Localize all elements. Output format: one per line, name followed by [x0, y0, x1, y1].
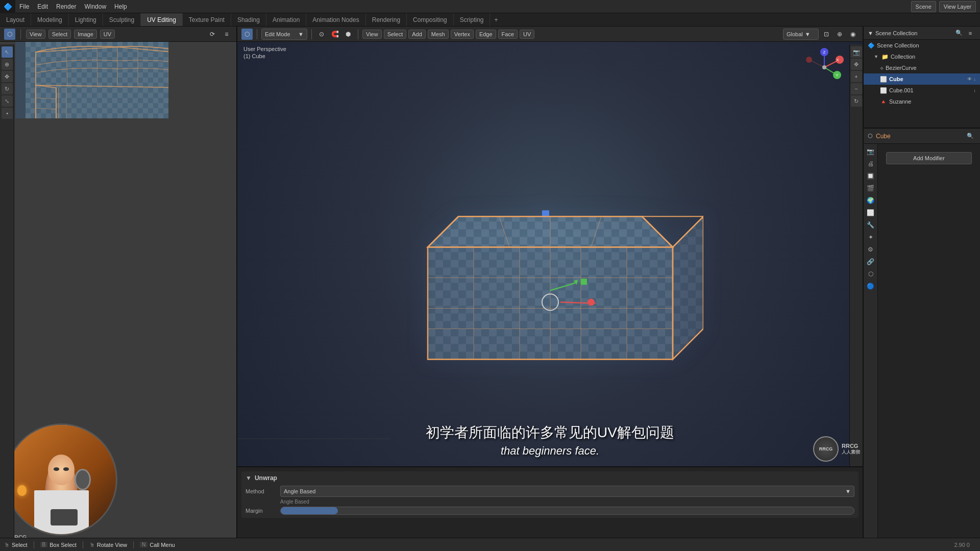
tool-select[interactable]: ↖: [2, 46, 13, 58]
menu-help[interactable]: Help: [110, 2, 131, 11]
cube-restrict-viewport[interactable]: ↓: [974, 77, 976, 82]
tool-scale[interactable]: ⤡: [2, 95, 13, 107]
subtitle-area: 初学者所面临的许多常见的UV解包问题 that beginners face.: [237, 419, 863, 462]
add-workspace-tab[interactable]: +: [490, 15, 502, 25]
prop-modifier-icon[interactable]: 🔧: [865, 219, 876, 231]
add-btn[interactable]: Add: [408, 30, 426, 39]
properties-search[interactable]: 🔍: [965, 131, 976, 142]
tab-animation[interactable]: Animation: [266, 13, 306, 26]
edit-mode-dropdown[interactable]: Edit Mode ▼: [261, 29, 307, 40]
menu-file[interactable]: File: [15, 2, 33, 11]
image-menu-btn[interactable]: Image: [74, 30, 97, 39]
tool-pinch[interactable]: ⦁: [2, 108, 13, 119]
viewport-gizmo[interactable]: X Y Z: [804, 47, 845, 88]
outliner-item-cube[interactable]: ⬜ Cube 👁 ↓: [864, 73, 980, 85]
mesh-btn[interactable]: Mesh: [428, 30, 449, 39]
menu-edit[interactable]: Edit: [33, 2, 52, 11]
version-display: 2.90 0: [948, 538, 976, 552]
outliner-item-suzanne[interactable]: 🔺 Suzanne: [864, 96, 980, 107]
margin-slider[interactable]: [280, 507, 854, 515]
properties-object-name: Cube: [876, 133, 891, 140]
tab-compositing[interactable]: Compositing: [407, 13, 454, 26]
tab-rendering[interactable]: Rendering: [366, 13, 407, 26]
view-menu-btn[interactable]: View: [26, 30, 45, 39]
outliner-item-beziercurve[interactable]: ⟡ BezierCurve: [864, 62, 980, 73]
uv-view-options-icon[interactable]: ≡: [221, 29, 232, 40]
uv-btn[interactable]: UV: [520, 30, 534, 39]
snapping[interactable]: 🧲: [329, 29, 340, 40]
uv-viewport[interactable]: RRCG 人人素彻: [0, 27, 236, 551]
tab-texture-paint[interactable]: Texture Paint: [183, 13, 231, 26]
nav-camera[interactable]: 📷: [851, 46, 862, 58]
properties-section: ⬡ Cube 🔍 📷 🖨 🔲 🎬 🌍 ⬜ 🔧 ✦ ⚙ 🔗: [864, 129, 980, 551]
tool-cursor[interactable]: ⊕: [2, 59, 13, 70]
view-btn[interactable]: View: [362, 30, 382, 39]
prop-output-icon[interactable]: 🖨: [865, 158, 876, 169]
transform-space-dropdown[interactable]: Global ▼: [783, 29, 819, 40]
prop-object-data-icon[interactable]: ⬡: [865, 268, 876, 280]
select-btn[interactable]: Select: [384, 30, 407, 39]
tab-uv-editing[interactable]: UV Editing: [141, 13, 183, 26]
tab-shading[interactable]: Shading: [231, 13, 266, 26]
status-sep3: [133, 541, 134, 548]
outliner-item-collection[interactable]: ▼ 📁 Collection: [864, 51, 980, 62]
tab-layout[interactable]: Layout: [0, 13, 31, 26]
mode-icon[interactable]: ⬡: [241, 29, 253, 40]
bezier-label: BezierCurve: [886, 65, 917, 71]
prop-world-icon[interactable]: 🌍: [865, 195, 876, 206]
snapping2[interactable]: ⊕: [834, 29, 845, 40]
select-menu-btn[interactable]: Select: [48, 30, 71, 39]
outliner-filter[interactable]: ≡: [965, 28, 976, 39]
select-status: 🖱 Select: [4, 542, 28, 548]
nav-zoom-in[interactable]: +: [851, 71, 862, 82]
margin-row: Margin: [246, 507, 854, 515]
transform-pivot[interactable]: ⊡: [821, 29, 832, 40]
svg-point-59: [587, 298, 595, 306]
edge-btn[interactable]: Edge: [476, 30, 496, 39]
method-dropdown[interactable]: Angle Based ▼: [280, 486, 854, 497]
proportional-editing[interactable]: ⊙: [316, 29, 327, 40]
properties-inner: 📷 🖨 🔲 🎬 🌍 ⬜ 🔧 ✦ ⚙ 🔗 ⬡ 🔵: [864, 144, 980, 551]
uv-editor-mode-icon[interactable]: ⬡: [4, 29, 15, 40]
status-sep2: [83, 541, 83, 548]
scene-selector[interactable]: Scene: [911, 1, 936, 12]
uv-sync-icon[interactable]: ⟳: [207, 29, 218, 40]
outliner-search[interactable]: 🔍: [953, 28, 965, 39]
menu-render[interactable]: Render: [52, 2, 80, 11]
tab-sculpting[interactable]: Sculpting: [103, 13, 141, 26]
menu-window[interactable]: Window: [80, 2, 110, 11]
prop-scene-icon[interactable]: 🎬: [865, 183, 876, 194]
nav-zoom-out[interactable]: −: [851, 83, 862, 94]
svg-text:Z: Z: [823, 50, 826, 55]
prop-render-icon[interactable]: 📷: [865, 146, 876, 157]
tool-move[interactable]: ✥: [2, 71, 13, 82]
outliner-item-cube001[interactable]: ⬜ Cube.001 ↓: [864, 85, 980, 96]
method-value: Angle Based: [284, 488, 315, 494]
add-modifier-button[interactable]: Add Modifier: [886, 152, 972, 164]
tab-lighting[interactable]: Lighting: [69, 13, 103, 26]
prop-constraints-icon[interactable]: 🔗: [865, 256, 876, 267]
prop-physics-icon[interactable]: ⚙: [865, 244, 876, 255]
outliner-item-scene-collection[interactable]: 🔷 Scene Collection: [864, 40, 980, 51]
tab-scripting[interactable]: Scripting: [454, 13, 491, 26]
face-btn[interactable]: Face: [498, 30, 518, 39]
prop-particles-icon[interactable]: ✦: [865, 232, 876, 243]
vertex-btn[interactable]: Vertex: [451, 30, 474, 39]
tool-rotate[interactable]: ↻: [2, 83, 13, 94]
svg-text:X: X: [836, 58, 839, 62]
nav-pan[interactable]: ✥: [851, 59, 862, 70]
prop-view-layer-icon[interactable]: 🔲: [865, 170, 876, 182]
nav-orbit[interactable]: ↻: [851, 95, 862, 107]
outliner-section: ▼ Scene Collection 🔍 ≡ 🔷 Scene Collectio…: [864, 27, 980, 129]
cube-restrict-render[interactable]: 👁: [967, 77, 972, 82]
overlay-icon[interactable]: ⬢: [342, 29, 354, 40]
properties-content: Add Modifier: [878, 144, 980, 551]
uv-menu-btn[interactable]: UV: [100, 30, 115, 39]
tab-modeling[interactable]: Modeling: [31, 13, 69, 26]
prop-material-icon[interactable]: 🔵: [865, 281, 876, 292]
prop-object-icon[interactable]: ⬜: [865, 207, 876, 218]
view-layer-btn[interactable]: View Layer: [939, 1, 976, 12]
tab-animation-nodes[interactable]: Animation Nodes: [306, 13, 365, 26]
method-label: Method: [246, 488, 276, 494]
proportional2[interactable]: ◉: [847, 29, 859, 40]
